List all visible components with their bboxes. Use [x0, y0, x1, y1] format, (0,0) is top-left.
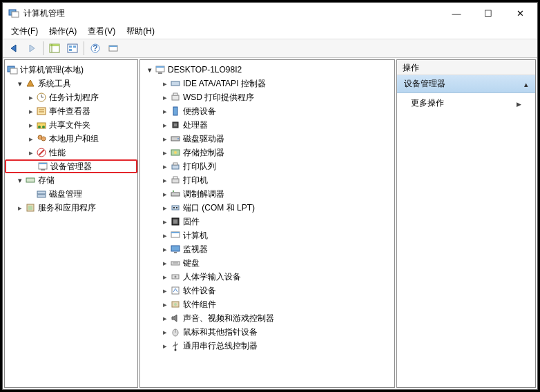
tree-label: 软件设备: [183, 285, 216, 297]
tree-device-manager[interactable]: 设备管理器: [5, 159, 137, 173]
device-monitors[interactable]: 监视器: [140, 242, 394, 256]
expander-icon[interactable]: [161, 300, 169, 309]
device-processors[interactable]: 处理器: [140, 118, 394, 132]
device-keyboards[interactable]: 键盘: [140, 256, 394, 270]
svg-rect-37: [156, 66, 164, 68]
expander-icon[interactable]: [161, 314, 169, 323]
expander-icon[interactable]: [161, 176, 169, 185]
expander-icon[interactable]: [146, 66, 154, 75]
expander-icon[interactable]: [161, 342, 169, 351]
tree-root-computer-management[interactable]: 计算机管理(本地): [5, 63, 137, 77]
expander-icon[interactable]: [16, 176, 24, 185]
expander-icon[interactable]: [161, 148, 169, 157]
expander-icon[interactable]: [161, 328, 169, 337]
computer-icon: [155, 64, 166, 75]
svg-rect-57: [176, 207, 177, 208]
device-disk-drives[interactable]: 磁盘驱动器: [140, 132, 394, 146]
device-software-devices[interactable]: 软件设备: [140, 284, 394, 297]
device-modems[interactable]: 调制解调器: [140, 187, 394, 201]
svg-rect-38: [158, 72, 162, 74]
svg-rect-12: [109, 46, 117, 47]
menu-view[interactable]: 查看(V): [84, 24, 119, 39]
nav-forward-button[interactable]: [23, 41, 40, 56]
expander-icon[interactable]: [27, 107, 35, 116]
tree-performance[interactable]: 性能: [5, 146, 137, 159]
tree-storage[interactable]: 存储: [5, 173, 137, 187]
expander-icon[interactable]: [27, 121, 35, 130]
device-ide[interactable]: IDE ATA/ATAPI 控制器: [140, 77, 394, 90]
tree-system-tools[interactable]: 系统工具: [5, 77, 137, 90]
device-mice[interactable]: 鼠标和其他指针设备: [140, 325, 394, 339]
computer-management-window: 计算机管理 — ☐ ✕ 文件(F) 操作(A) 查看(V) 帮助(H) ? 计算…: [2, 2, 538, 390]
tree-label: 端口 (COM 和 LPT): [183, 202, 255, 214]
tree-task-scheduler[interactable]: 任务计划程序: [5, 90, 137, 104]
svg-point-54: [173, 190, 174, 192]
expander-icon[interactable]: [161, 273, 169, 282]
modem-icon: [170, 188, 181, 199]
expander-icon[interactable]: [27, 135, 35, 144]
device-sound[interactable]: 声音、视频和游戏控制器: [140, 311, 394, 325]
maximize-button[interactable]: ☐: [472, 3, 504, 23]
expander-icon[interactable]: [161, 286, 169, 295]
device-printers[interactable]: 打印机: [140, 173, 394, 187]
menu-help[interactable]: 帮助(H): [122, 24, 159, 39]
expander-icon[interactable]: [16, 204, 24, 213]
storage-icon: [25, 175, 36, 186]
expander-icon[interactable]: [27, 148, 35, 157]
expander-icon[interactable]: [27, 93, 35, 102]
device-print-queues[interactable]: 打印队列: [140, 159, 394, 173]
device-ports[interactable]: 端口 (COM 和 LPT): [140, 201, 394, 215]
svg-rect-6: [69, 46, 72, 48]
expander-icon[interactable]: [161, 231, 169, 240]
device-wsd[interactable]: WSD 打印提供程序: [140, 90, 394, 104]
keyboard-icon: [170, 257, 181, 268]
tree-services-applications[interactable]: 服务和应用程序: [5, 201, 137, 215]
device-root[interactable]: DESKTOP-1LO98I2: [140, 63, 394, 77]
svg-rect-51: [172, 179, 179, 183]
minimize-button[interactable]: —: [441, 3, 472, 23]
close-button[interactable]: ✕: [504, 3, 536, 23]
svg-rect-3: [50, 44, 59, 46]
device-software-components[interactable]: 软件组件: [140, 297, 394, 311]
expander-icon[interactable]: [161, 204, 169, 213]
menu-operation[interactable]: 操作(A): [45, 24, 81, 39]
expander-icon[interactable]: [161, 259, 169, 268]
computer-management-icon: [7, 64, 18, 75]
tree-shared-folders[interactable]: 共享文件夹: [5, 118, 137, 132]
expander-icon[interactable]: [161, 121, 169, 130]
actions-more[interactable]: 更多操作: [397, 93, 535, 113]
expander-icon[interactable]: [161, 135, 169, 144]
device-computers[interactable]: 计算机: [140, 228, 394, 242]
tree-local-users-groups[interactable]: 本地用户和组: [5, 132, 137, 146]
actions-section-device-manager[interactable]: 设备管理器: [397, 75, 535, 93]
svg-rect-33: [37, 195, 46, 197]
collapse-section-icon[interactable]: [524, 79, 528, 89]
menu-file[interactable]: 文件(F): [7, 24, 42, 39]
expander-icon[interactable]: [161, 190, 169, 199]
view-options-button[interactable]: [64, 41, 81, 56]
svg-point-70: [174, 303, 177, 306]
tree-label: IDE ATA/ATAPI 控制器: [183, 78, 266, 90]
device-manager-icon-button[interactable]: [105, 41, 122, 56]
device-tree-panel: DESKTOP-1LO98I2 IDE ATA/ATAPI 控制器 WSD 打印…: [139, 59, 395, 388]
tree-disk-management[interactable]: 磁盘管理: [5, 187, 137, 201]
device-portable[interactable]: 便携设备: [140, 104, 394, 118]
expander-icon[interactable]: [16, 79, 24, 88]
expander-icon[interactable]: [161, 217, 169, 226]
device-hid[interactable]: 人体学输入设备: [140, 270, 394, 284]
device-firmware[interactable]: 固件: [140, 215, 394, 228]
show-hide-tree-button[interactable]: [46, 41, 63, 56]
expander-icon[interactable]: [161, 79, 169, 88]
expander-icon[interactable]: [161, 245, 169, 254]
expander-icon[interactable]: [161, 107, 169, 116]
device-usb[interactable]: 通用串行总线控制器: [140, 339, 394, 353]
console-tree-panel: 计算机管理(本地) 系统工具 任务计划程序 事件查看器 共享文件夹: [4, 59, 138, 388]
expander-icon[interactable]: [161, 93, 169, 102]
help-button[interactable]: ?: [87, 41, 104, 56]
tree-event-viewer[interactable]: 事件查看器: [5, 104, 137, 118]
expander-icon[interactable]: [161, 162, 169, 171]
nav-back-button[interactable]: [6, 41, 22, 56]
svg-rect-59: [173, 219, 177, 224]
svg-rect-55: [172, 206, 179, 210]
device-storage-controllers[interactable]: 存储控制器: [140, 146, 394, 159]
